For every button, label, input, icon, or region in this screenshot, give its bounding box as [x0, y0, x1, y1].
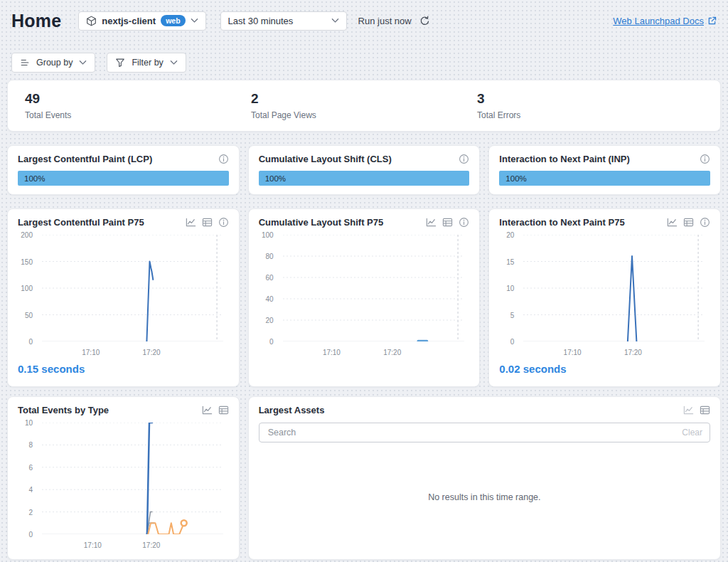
x-axis-labels: 17:1017:20: [283, 347, 464, 357]
filter-by-label: Filter by: [132, 58, 163, 68]
stat-value: 2: [251, 91, 477, 107]
filter-icon: [115, 58, 125, 68]
launchpad-page: Home nextjs-client web Last 30 minutes: [0, 0, 728, 562]
vital-percent: 100%: [505, 174, 526, 183]
time-range-selector[interactable]: Last 30 minutes: [220, 11, 347, 31]
vital-score-bar: 100%: [18, 171, 229, 186]
x-axis-labels: 17:1017:20: [523, 347, 705, 357]
vital-title: Interaction to Next Paint (INP): [499, 154, 700, 164]
page-title: Home: [11, 11, 61, 31]
external-link-icon: [707, 16, 717, 26]
lcp-p75-chart: 050100150200 17:1017:20: [18, 230, 229, 357]
chevron-down-icon: [191, 18, 198, 23]
largest-assets-card: Largest Assets: [248, 396, 721, 560]
chart-card-cls-p75: Cumulative Layout Shift P75: [248, 208, 481, 387]
chevron-down-icon: [170, 60, 178, 65]
project-selector[interactable]: nextjs-client web: [78, 11, 205, 31]
y-axis-labels: 05101520: [499, 235, 520, 341]
line-chart-icon[interactable]: [186, 217, 196, 228]
vital-card-lcp: Largest Contentful Paint (LCP) 100%: [7, 145, 240, 195]
chart-plot-area[interactable]: [283, 235, 464, 341]
events-by-type-chart: 0246810 17:1017:20: [18, 418, 229, 550]
p75-charts-row: Largest Contentful Paint P75: [7, 208, 721, 387]
cube-icon: [86, 16, 97, 26]
filter-by-button[interactable]: Filter by: [107, 53, 186, 73]
chart-plot-area[interactable]: [42, 423, 223, 534]
project-type-badge: web: [161, 15, 185, 26]
vitals-row: Largest Contentful Paint (LCP) 100% Cumu…: [7, 145, 721, 195]
page-header: Home nextjs-client web Last 30 minutes: [11, 10, 717, 31]
chart-title: Total Events by Type: [18, 405, 202, 415]
chart-title: Largest Contentful Paint P75: [18, 217, 186, 228]
time-range-value: Last 30 minutes: [228, 16, 294, 26]
vital-score-bar: 100%: [259, 171, 470, 186]
info-icon[interactable]: [700, 217, 710, 228]
chevron-down-icon: [331, 18, 339, 23]
stat-total-page-views: 2 Total Page Views: [251, 91, 477, 120]
group-by-label: Group by: [36, 58, 73, 68]
vital-percent: 100%: [265, 174, 286, 183]
docs-link[interactable]: Web Launchpad Docs: [613, 16, 717, 26]
stat-label: Total Page Views: [251, 110, 477, 120]
info-icon[interactable]: [218, 154, 229, 164]
clear-button[interactable]: Clear: [682, 428, 702, 438]
bottom-row: Total Events by Type: [7, 396, 721, 560]
inp-p75-chart: 05101520 17:1017:20: [499, 230, 710, 357]
y-axis-labels: 050100150200: [18, 235, 39, 341]
line-chart-icon[interactable]: [667, 217, 678, 228]
stats-summary-card: 49 Total Events 2 Total Page Views 3 Tot…: [7, 80, 721, 132]
line-chart-icon[interactable]: [202, 405, 213, 415]
docs-link-label: Web Launchpad Docs: [613, 16, 704, 26]
y-axis-labels: 020406080100: [259, 235, 280, 341]
query-toolbar: Group by Filter by: [11, 53, 717, 73]
x-axis-labels: 17:1017:20: [42, 347, 223, 357]
vital-card-inp: Interaction to Next Paint (INP) 100%: [488, 145, 721, 195]
y-axis-labels: 0246810: [18, 423, 39, 534]
chart-summary-value: 0.15 seconds: [18, 363, 229, 375]
info-icon[interactable]: [459, 217, 469, 228]
search-input[interactable]: [267, 427, 682, 438]
assets-title: Largest Assets: [259, 405, 683, 415]
stat-value: 3: [477, 91, 703, 107]
table-icon[interactable]: [202, 217, 213, 228]
info-icon[interactable]: [700, 154, 710, 164]
chart-card-events-by-type: Total Events by Type: [7, 396, 240, 560]
assets-search-box: Clear: [259, 423, 710, 442]
project-name: nextjs-client: [102, 16, 156, 26]
cls-p75-chart: 020406080100 17:1017:20: [259, 230, 470, 357]
group-by-icon: [20, 58, 30, 68]
run-status-text: Run just now: [358, 16, 412, 26]
vital-score-bar: 100%: [499, 171, 710, 186]
stat-label: Total Errors: [477, 110, 703, 120]
group-by-button[interactable]: Group by: [11, 53, 95, 73]
empty-state-message: No results in this time range.: [259, 442, 710, 551]
table-icon[interactable]: [683, 217, 694, 228]
info-icon[interactable]: [218, 217, 229, 228]
vital-title: Cumulative Layout Shift (CLS): [259, 154, 459, 164]
chart-title: Interaction to Next Paint P75: [499, 217, 667, 228]
chart-summary-value: 0.02 seconds: [499, 363, 710, 375]
stat-value: 49: [25, 91, 251, 107]
chart-plot-area[interactable]: [42, 235, 223, 341]
x-axis-labels: 17:1017:20: [42, 540, 223, 550]
line-chart-icon[interactable]: [683, 405, 694, 415]
stat-total-events: 49 Total Events: [25, 91, 251, 120]
line-chart-icon[interactable]: [426, 217, 437, 228]
table-icon[interactable]: [218, 405, 229, 415]
vital-card-cls: Cumulative Layout Shift (CLS) 100%: [248, 145, 481, 195]
vital-title: Largest Contentful Paint (LCP): [18, 154, 218, 164]
chevron-down-icon: [79, 60, 87, 65]
stat-label: Total Events: [25, 110, 251, 120]
vital-percent: 100%: [24, 174, 45, 183]
refresh-icon[interactable]: [419, 16, 430, 26]
table-icon[interactable]: [700, 405, 710, 415]
info-icon[interactable]: [459, 154, 469, 164]
chart-card-lcp-p75: Largest Contentful Paint P75: [7, 208, 240, 387]
chart-plot-area[interactable]: [523, 235, 705, 341]
chart-title: Cumulative Layout Shift P75: [259, 217, 427, 228]
table-icon[interactable]: [442, 217, 453, 228]
stat-total-errors: 3 Total Errors: [477, 91, 703, 120]
chart-card-inp-p75: Interaction to Next Paint P75: [488, 208, 721, 387]
